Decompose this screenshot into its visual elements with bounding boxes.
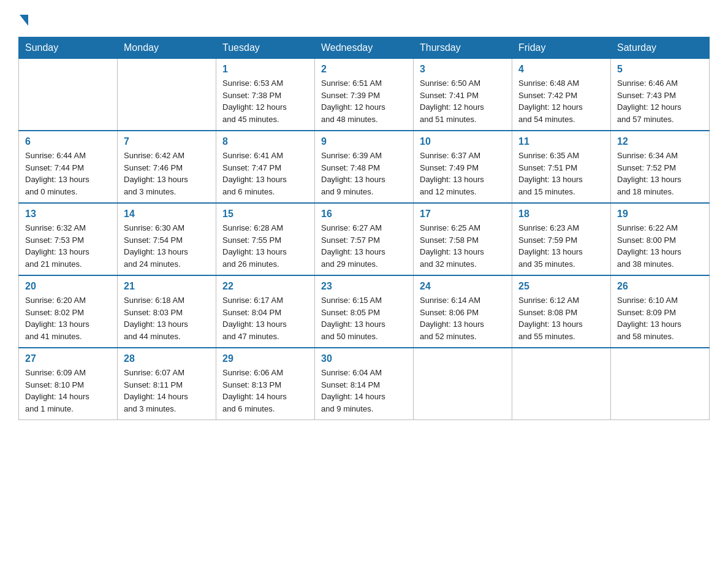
day-info: Sunrise: 6:46 AMSunset: 7:43 PMDaylight:… bbox=[617, 77, 703, 125]
day-info: Sunrise: 6:20 AMSunset: 8:02 PMDaylight:… bbox=[25, 294, 111, 342]
day-number: 4 bbox=[518, 64, 604, 75]
calendar-cell: 23Sunrise: 6:15 AMSunset: 8:05 PMDayligh… bbox=[315, 275, 414, 348]
calendar-cell: 18Sunrise: 6:23 AMSunset: 7:59 PMDayligh… bbox=[512, 203, 611, 275]
day-number: 26 bbox=[617, 281, 703, 292]
logo-text bbox=[18, 12, 28, 26]
day-number: 13 bbox=[25, 209, 111, 220]
day-info: Sunrise: 6:50 AMSunset: 7:41 PMDaylight:… bbox=[420, 77, 506, 125]
calendar-week-row: 27Sunrise: 6:09 AMSunset: 8:10 PMDayligh… bbox=[19, 348, 710, 420]
day-of-week-header: Wednesday bbox=[315, 37, 414, 59]
day-info: Sunrise: 6:10 AMSunset: 8:09 PMDaylight:… bbox=[617, 294, 703, 342]
day-info: Sunrise: 6:07 AMSunset: 8:11 PMDaylight:… bbox=[124, 367, 210, 415]
calendar-cell bbox=[19, 59, 118, 131]
day-number: 25 bbox=[518, 281, 604, 292]
calendar-cell: 21Sunrise: 6:18 AMSunset: 8:03 PMDayligh… bbox=[118, 275, 216, 348]
day-info: Sunrise: 6:51 AMSunset: 7:39 PMDaylight:… bbox=[321, 77, 407, 125]
day-info: Sunrise: 6:48 AMSunset: 7:42 PMDaylight:… bbox=[518, 77, 604, 125]
day-number: 16 bbox=[321, 209, 407, 220]
calendar-cell: 26Sunrise: 6:10 AMSunset: 8:09 PMDayligh… bbox=[611, 275, 710, 348]
day-info: Sunrise: 6:25 AMSunset: 7:58 PMDaylight:… bbox=[420, 222, 506, 270]
calendar-cell bbox=[512, 348, 611, 420]
logo-blue-part bbox=[18, 12, 28, 26]
day-number: 19 bbox=[617, 209, 703, 220]
calendar-cell: 27Sunrise: 6:09 AMSunset: 8:10 PMDayligh… bbox=[19, 348, 118, 420]
calendar-cell: 28Sunrise: 6:07 AMSunset: 8:11 PMDayligh… bbox=[118, 348, 216, 420]
calendar-header-row: SundayMondayTuesdayWednesdayThursdayFrid… bbox=[19, 37, 710, 59]
calendar-week-row: 1Sunrise: 6:53 AMSunset: 7:38 PMDaylight… bbox=[19, 59, 710, 131]
day-info: Sunrise: 6:32 AMSunset: 7:53 PMDaylight:… bbox=[25, 222, 111, 270]
day-number: 22 bbox=[222, 281, 308, 292]
day-number: 2 bbox=[321, 64, 407, 75]
calendar-week-row: 20Sunrise: 6:20 AMSunset: 8:02 PMDayligh… bbox=[19, 275, 710, 348]
calendar-cell: 10Sunrise: 6:37 AMSunset: 7:49 PMDayligh… bbox=[414, 131, 512, 203]
day-number: 11 bbox=[518, 136, 604, 147]
calendar-cell: 9Sunrise: 6:39 AMSunset: 7:48 PMDaylight… bbox=[315, 131, 414, 203]
calendar-cell: 19Sunrise: 6:22 AMSunset: 8:00 PMDayligh… bbox=[611, 203, 710, 275]
day-number: 30 bbox=[321, 353, 407, 364]
day-info: Sunrise: 6:09 AMSunset: 8:10 PMDaylight:… bbox=[25, 367, 111, 415]
calendar-cell bbox=[414, 348, 512, 420]
calendar-cell: 5Sunrise: 6:46 AMSunset: 7:43 PMDaylight… bbox=[611, 59, 710, 131]
day-info: Sunrise: 6:14 AMSunset: 8:06 PMDaylight:… bbox=[420, 294, 506, 342]
calendar-cell: 15Sunrise: 6:28 AMSunset: 7:55 PMDayligh… bbox=[216, 203, 315, 275]
day-number: 9 bbox=[321, 136, 407, 147]
day-info: Sunrise: 6:37 AMSunset: 7:49 PMDaylight:… bbox=[420, 150, 506, 197]
day-info: Sunrise: 6:42 AMSunset: 7:46 PMDaylight:… bbox=[124, 150, 210, 197]
day-info: Sunrise: 6:53 AMSunset: 7:38 PMDaylight:… bbox=[222, 77, 308, 125]
calendar-cell: 29Sunrise: 6:06 AMSunset: 8:13 PMDayligh… bbox=[216, 348, 315, 420]
day-number: 28 bbox=[124, 353, 210, 364]
calendar-cell: 13Sunrise: 6:32 AMSunset: 7:53 PMDayligh… bbox=[19, 203, 118, 275]
day-number: 29 bbox=[222, 353, 308, 364]
day-info: Sunrise: 6:15 AMSunset: 8:05 PMDaylight:… bbox=[321, 294, 407, 342]
day-info: Sunrise: 6:06 AMSunset: 8:13 PMDaylight:… bbox=[222, 367, 308, 415]
day-number: 8 bbox=[222, 136, 308, 147]
day-number: 18 bbox=[518, 209, 604, 220]
day-number: 5 bbox=[617, 64, 703, 75]
calendar-week-row: 13Sunrise: 6:32 AMSunset: 7:53 PMDayligh… bbox=[19, 203, 710, 275]
day-info: Sunrise: 6:12 AMSunset: 8:08 PMDaylight:… bbox=[518, 294, 604, 342]
logo-arrow-icon bbox=[20, 15, 28, 26]
day-of-week-header: Tuesday bbox=[216, 37, 315, 59]
day-of-week-header: Sunday bbox=[19, 37, 118, 59]
day-number: 20 bbox=[25, 281, 111, 292]
day-info: Sunrise: 6:30 AMSunset: 7:54 PMDaylight:… bbox=[124, 222, 210, 270]
calendar-cell bbox=[118, 59, 216, 131]
day-info: Sunrise: 6:27 AMSunset: 7:57 PMDaylight:… bbox=[321, 222, 407, 270]
day-number: 3 bbox=[420, 64, 506, 75]
calendar-cell: 22Sunrise: 6:17 AMSunset: 8:04 PMDayligh… bbox=[216, 275, 315, 348]
calendar-cell: 6Sunrise: 6:44 AMSunset: 7:44 PMDaylight… bbox=[19, 131, 118, 203]
day-of-week-header: Friday bbox=[512, 37, 611, 59]
calendar-cell: 24Sunrise: 6:14 AMSunset: 8:06 PMDayligh… bbox=[414, 275, 512, 348]
calendar-cell: 11Sunrise: 6:35 AMSunset: 7:51 PMDayligh… bbox=[512, 131, 611, 203]
day-number: 1 bbox=[222, 64, 308, 75]
day-number: 23 bbox=[321, 281, 407, 292]
day-info: Sunrise: 6:18 AMSunset: 8:03 PMDaylight:… bbox=[124, 294, 210, 342]
calendar-cell: 2Sunrise: 6:51 AMSunset: 7:39 PMDaylight… bbox=[315, 59, 414, 131]
calendar-cell: 25Sunrise: 6:12 AMSunset: 8:08 PMDayligh… bbox=[512, 275, 611, 348]
calendar-cell: 1Sunrise: 6:53 AMSunset: 7:38 PMDaylight… bbox=[216, 59, 315, 131]
day-of-week-header: Monday bbox=[118, 37, 216, 59]
calendar-cell: 8Sunrise: 6:41 AMSunset: 7:47 PMDaylight… bbox=[216, 131, 315, 203]
day-number: 7 bbox=[124, 136, 210, 147]
day-number: 10 bbox=[420, 136, 506, 147]
day-number: 21 bbox=[124, 281, 210, 292]
day-number: 24 bbox=[420, 281, 506, 292]
day-of-week-header: Thursday bbox=[414, 37, 512, 59]
day-info: Sunrise: 6:34 AMSunset: 7:52 PMDaylight:… bbox=[617, 150, 703, 197]
calendar-cell: 4Sunrise: 6:48 AMSunset: 7:42 PMDaylight… bbox=[512, 59, 611, 131]
day-number: 14 bbox=[124, 209, 210, 220]
calendar-cell: 12Sunrise: 6:34 AMSunset: 7:52 PMDayligh… bbox=[611, 131, 710, 203]
calendar-cell: 14Sunrise: 6:30 AMSunset: 7:54 PMDayligh… bbox=[118, 203, 216, 275]
calendar-cell bbox=[611, 348, 710, 420]
day-info: Sunrise: 6:04 AMSunset: 8:14 PMDaylight:… bbox=[321, 367, 407, 415]
calendar-table: SundayMondayTuesdayWednesdayThursdayFrid… bbox=[18, 37, 710, 420]
day-info: Sunrise: 6:39 AMSunset: 7:48 PMDaylight:… bbox=[321, 150, 407, 197]
page-header bbox=[18, 12, 710, 26]
day-of-week-header: Saturday bbox=[611, 37, 710, 59]
calendar-cell: 3Sunrise: 6:50 AMSunset: 7:41 PMDaylight… bbox=[414, 59, 512, 131]
day-info: Sunrise: 6:41 AMSunset: 7:47 PMDaylight:… bbox=[222, 150, 308, 197]
calendar-cell: 16Sunrise: 6:27 AMSunset: 7:57 PMDayligh… bbox=[315, 203, 414, 275]
calendar-week-row: 6Sunrise: 6:44 AMSunset: 7:44 PMDaylight… bbox=[19, 131, 710, 203]
day-info: Sunrise: 6:28 AMSunset: 7:55 PMDaylight:… bbox=[222, 222, 308, 270]
calendar-cell: 7Sunrise: 6:42 AMSunset: 7:46 PMDaylight… bbox=[118, 131, 216, 203]
